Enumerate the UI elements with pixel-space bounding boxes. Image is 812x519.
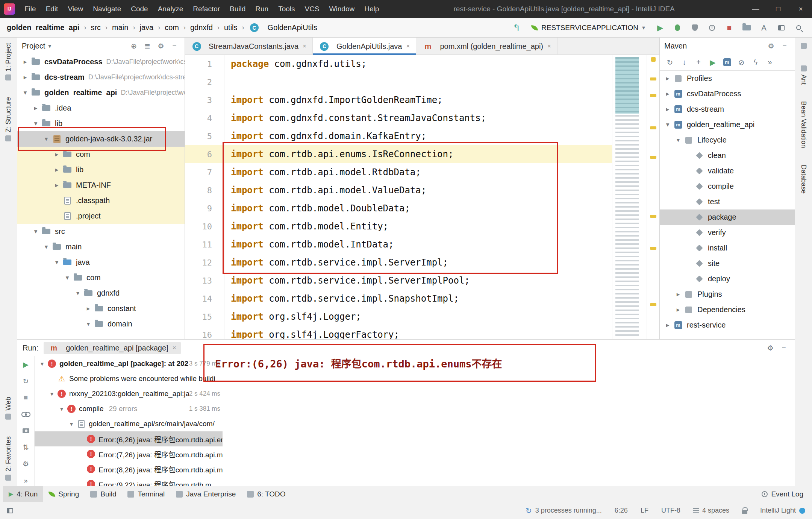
breadcrumb-item[interactable]: main (112, 23, 128, 32)
warning-mark[interactable] (650, 303, 656, 306)
toolwindow-tab-build[interactable]: Build (85, 486, 122, 502)
menu-window[interactable]: Window (324, 5, 360, 13)
expand-arrow[interactable]: ▾ (20, 89, 30, 97)
warning-mark[interactable] (650, 247, 656, 250)
breadcrumb-item[interactable]: utils (224, 23, 238, 32)
warning-mark[interactable] (650, 126, 656, 129)
build-task-row[interactable]: ▾ nxxny_202103:golden_realtime_api:ja 2 … (35, 386, 223, 401)
toolwindow-tab-terminal[interactable]: Terminal (122, 486, 170, 502)
menu-code[interactable]: Code (126, 5, 153, 13)
coverage-button[interactable] (688, 21, 701, 35)
toolwindow-tab-structure[interactable]: Z: Structure (5, 97, 12, 141)
toolwindow-toggle-icon[interactable] (7, 508, 13, 513)
breadcrumb-item[interactable]: com (165, 23, 179, 32)
file-encoding[interactable]: UTF-8 (661, 507, 680, 514)
event-log-button[interactable]: Event Log (756, 486, 809, 502)
maven-goal-test[interactable]: test (660, 194, 795, 209)
execute-maven-goal-icon[interactable] (721, 56, 733, 69)
code-line[interactable]: 9import com.rtdb.model.DoubleData; (185, 199, 612, 217)
maven-item-plugins[interactable]: ▸ Plugins (660, 287, 795, 302)
tree-item-domain[interactable]: ▾ domain (17, 316, 185, 332)
code-line[interactable]: 3import com.gdnxfd.ImportGoldenReamTime; (185, 91, 612, 109)
refresh-icon[interactable]: ↻ (664, 56, 676, 69)
maximize-button[interactable]: □ (767, 0, 789, 18)
build-console[interactable] (223, 356, 795, 486)
run-maven-build-icon[interactable]: ▶ (706, 56, 719, 69)
maven-item-profiles[interactable]: ▸ Profiles (660, 71, 795, 86)
warning-mark[interactable] (650, 156, 656, 159)
breadcrumb-item[interactable]: golden_realtime_api (7, 23, 79, 32)
code-line[interactable]: 15import org.slf4j.Logger; (185, 308, 612, 326)
project-panel-title[interactable]: Project (22, 42, 45, 50)
menu-vcs[interactable]: VCS (300, 5, 324, 13)
settings-gear-icon[interactable]: ⚙ (155, 40, 167, 52)
code-line-current[interactable]: 6import com.rtdb.api.enums.IsReConnectio… (185, 145, 612, 163)
hide-panel-button[interactable]: − (779, 40, 790, 52)
maven-goal-validate[interactable]: validate (660, 163, 795, 179)
line-separator[interactable]: LF (641, 507, 648, 514)
menu-file[interactable]: File (20, 5, 41, 13)
code-line[interactable]: 16import org.slf4j.LoggerFactory; (185, 326, 612, 339)
tree-item-com[interactable]: ▸ com (17, 147, 185, 162)
source-file-row[interactable]: ▾ golden_realtime_api/src/main/java/com/ (35, 416, 223, 431)
tree-item-main[interactable]: ▾ main (17, 239, 185, 255)
code-line[interactable]: 10import com.rtdb.model.Entity; (185, 217, 612, 235)
error-row[interactable]: Error:(9,22) java: 程序包com.rtdb.m (35, 477, 223, 486)
toolwindow-tab-java-enterprise[interactable]: Java Enterprise (170, 486, 241, 502)
camera-icon[interactable] (20, 426, 32, 436)
code-line[interactable]: 12import com.rtdb.service.impl.ServerImp… (185, 253, 612, 272)
settings-gear-icon[interactable]: ⚙ (20, 459, 32, 469)
tree-item-gdnxfd[interactable]: ▾ gdnxfd (17, 285, 185, 301)
code-editor[interactable]: 1package com.gdnxfd.utils; 2 3import com… (185, 55, 612, 339)
menu-build[interactable]: Build (225, 5, 250, 13)
tree-item-lib[interactable]: ▾ lib (17, 116, 185, 131)
tree-item-project-file[interactable]: .project (17, 208, 185, 224)
download-sources-icon[interactable]: ↓ (678, 56, 691, 69)
expand-collapse-icon[interactable]: ⇅ (20, 442, 32, 453)
expand-arrow[interactable]: ▸ (52, 181, 62, 189)
maven-item-csvdataprocess[interactable]: ▸ csvDataProcess (660, 86, 795, 102)
tree-item-dcs-stream[interactable]: ▸ dcs-stream D:\JavaFile\project\work\dc… (17, 70, 185, 85)
locate-button[interactable]: ⊕ (128, 40, 139, 52)
build-arrow-icon[interactable]: ↰ (510, 21, 523, 35)
toolwindow-tab-todo[interactable]: 6: TODO (241, 486, 291, 502)
lock-icon[interactable] (742, 510, 747, 514)
code-line[interactable]: 1package com.gdnxfd.utils; (185, 55, 612, 73)
toolwindow-tab-ant[interactable]: Ant (800, 65, 807, 85)
error-row[interactable]: Error:(8,26) java: 程序包com.rtdb.api.m (35, 461, 223, 477)
code-line[interactable]: 14import com.rtdb.service.impl.SnapshotI… (185, 290, 612, 308)
tree-item-csvdataprocess[interactable]: ▸ csvDataProcess D:\JavaFile\project\wor… (17, 54, 185, 70)
hide-panel-button[interactable]: − (169, 40, 180, 52)
code-line[interactable]: 13import com.rtdb.service.impl.ServerImp… (185, 272, 612, 290)
tree-item-meta-inf[interactable]: ▸ META-INF (17, 178, 185, 193)
warning-mark[interactable] (650, 77, 656, 80)
toolwindow-tab-bean-validation[interactable]: Bean Validation (800, 101, 807, 148)
expand-arrow[interactable]: ▾ (47, 390, 56, 398)
code-line[interactable]: 11import com.rtdb.model.IntData; (185, 235, 612, 253)
warning-mark[interactable] (650, 215, 656, 218)
build-warning-row[interactable]: Some problems were encountered while bui… (35, 371, 223, 386)
editor-tab-streamjavaconstants[interactable]: StreamJavaConstants.java × (185, 38, 313, 55)
expand-arrow[interactable]: ▸ (20, 73, 30, 81)
editor-tab-pom[interactable]: pom.xml (golden_realtime_api) × (416, 38, 557, 55)
toolwindow-tab-favorites[interactable]: 2: Favorites (5, 436, 12, 481)
expand-arrow[interactable]: ▸ (673, 306, 683, 314)
maven-item-dependencies[interactable]: ▸ Dependencies (660, 302, 795, 317)
layout-icon[interactable] (774, 21, 788, 35)
tree-item-classpath[interactable]: .classpath (17, 193, 185, 208)
filter-icon[interactable] (20, 409, 32, 419)
tree-item-constant[interactable]: ▸ constant (17, 301, 185, 316)
editor-minimap[interactable] (612, 55, 647, 339)
expand-arrow[interactable]: ▸ (663, 105, 673, 113)
tree-item-lib-inner[interactable]: ▸ lib (17, 162, 185, 178)
toolwindow-tab-run[interactable]: ▶ 4: Run (3, 486, 43, 502)
warning-mark[interactable] (651, 57, 656, 62)
menu-help[interactable]: Help (359, 5, 384, 13)
toolwindow-tab-web[interactable]: Web (5, 397, 12, 420)
menu-run[interactable]: Run (250, 5, 273, 13)
maven-profiles-icon[interactable]: ϟ (749, 56, 762, 69)
expand-arrow[interactable]: ▾ (62, 274, 72, 282)
tree-item-idea[interactable]: ▸ .idea (17, 100, 185, 116)
tab-close-icon[interactable]: × (547, 42, 551, 50)
maven-goal-package[interactable]: package (660, 209, 795, 225)
